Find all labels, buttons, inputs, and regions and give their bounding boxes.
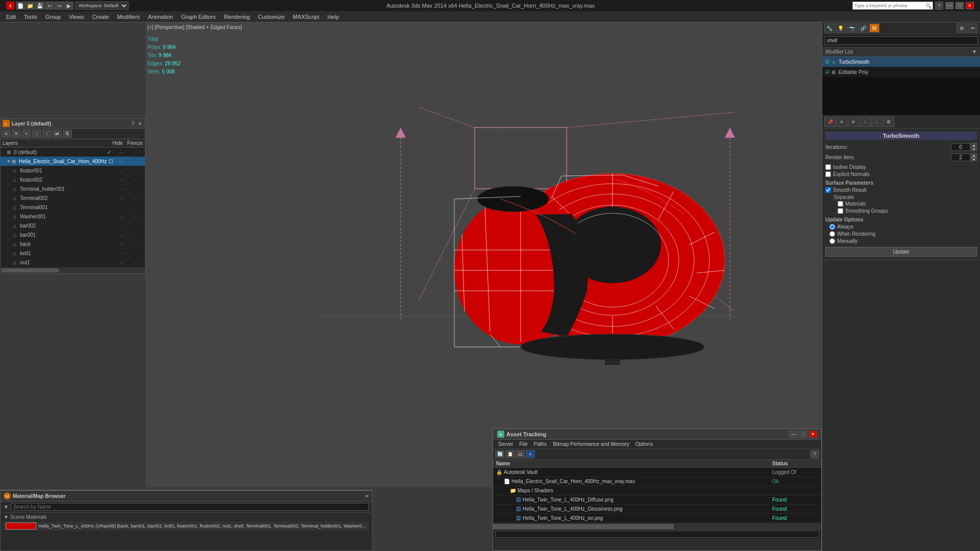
layers-tb-set-current[interactable]: ≡	[2, 130, 11, 138]
mod-down-btn[interactable]: ↓	[871, 117, 883, 127]
menu-animation[interactable]: Animation	[144, 11, 177, 22]
rp-icon-2[interactable]: 💡	[836, 23, 846, 33]
modifier-search-input[interactable]	[824, 36, 978, 45]
material-item[interactable]: Hella_Twin_Tone_L_400Hz (VRayMtl) [back,…	[4, 521, 369, 531]
redo-btn[interactable]: ↪	[55, 2, 64, 10]
layers-tb-select[interactable]: ⇄	[53, 130, 62, 138]
layers-tb-delete[interactable]: ✕	[12, 130, 21, 138]
scene-mat-expand[interactable]: ▼	[4, 514, 9, 520]
at-row[interactable]: 📁 Maps / Shaders	[493, 486, 821, 495]
layers-tb-merge[interactable]: ⇅	[63, 130, 72, 138]
menu-views[interactable]: Views	[65, 11, 88, 22]
mod-up-btn[interactable]: ↑	[860, 117, 871, 127]
at-row[interactable]: 🖼 Hella_Twin_Tone_L_400Hz_ior.png Found	[493, 514, 821, 523]
mod-list-btn[interactable]: ≡	[836, 117, 847, 127]
menu-graph-editors[interactable]: Graph Editors	[177, 11, 220, 22]
at-menu-bitmap[interactable]: Bitmap Performance and Memory	[550, 441, 632, 447]
modifier-editable-poly[interactable]: ☑ ▦ Editable Poly	[822, 67, 980, 77]
iterations-down[interactable]: ▼	[971, 147, 977, 151]
rp-icon-5[interactable]: M	[869, 23, 879, 33]
menu-group[interactable]: Group	[41, 11, 65, 22]
rp-icon-3[interactable]: 📷	[847, 23, 857, 33]
materials-checkbox[interactable]	[838, 201, 843, 207]
at-tb-btn1[interactable]: 🔄	[495, 450, 504, 458]
maximize-btn[interactable]: □	[955, 2, 964, 9]
layer-check-box[interactable]: ☐	[107, 159, 114, 164]
at-tb-btn2[interactable]: 📋	[505, 450, 514, 458]
rp-icon-1[interactable]: 🔧	[824, 23, 835, 33]
list-item[interactable]: △ fixator002 — —	[1, 175, 145, 184]
at-tb-btn4[interactable]: ≡	[526, 450, 535, 458]
layers-help-btn[interactable]: ?	[130, 121, 135, 127]
at-row[interactable]: 🔒 Autodesk Vault Logged Of	[493, 468, 821, 477]
at-menu-server[interactable]: Server	[495, 441, 516, 447]
menu-edit[interactable]: Edit	[2, 11, 20, 22]
mod-delete-btn[interactable]: ✕	[848, 117, 859, 127]
render-btn[interactable]: ▶	[64, 2, 74, 10]
rp-icon-4[interactable]: 🔗	[858, 23, 868, 33]
layers-tb-move-up[interactable]: ↑	[42, 130, 52, 138]
list-item[interactable]: △ Terminal002 — —	[1, 193, 145, 203]
menu-modifiers[interactable]: Modifiers	[113, 11, 144, 22]
mod-configure-btn[interactable]: ⚙	[883, 117, 894, 127]
iterations-up[interactable]: ▲	[971, 143, 977, 147]
at-path-input[interactable]	[495, 531, 819, 538]
list-item[interactable]: △ Washer001 — —	[1, 212, 145, 221]
help-icon[interactable]: ?	[935, 2, 943, 10]
at-restore-btn[interactable]: □	[799, 431, 807, 438]
always-radio[interactable]	[829, 224, 835, 230]
list-item[interactable]: △ fixator001 — —	[1, 166, 145, 175]
list-item[interactable]: △ bar002 — —	[1, 221, 145, 230]
new-btn[interactable]: 📄	[16, 2, 25, 10]
manually-radio[interactable]	[829, 238, 835, 244]
open-btn[interactable]: 📁	[26, 2, 35, 10]
menu-create[interactable]: Create	[88, 11, 113, 22]
at-menu-options[interactable]: Options	[632, 441, 656, 447]
list-item[interactable]: ▦ 0 (default) ✓ — —	[1, 147, 145, 157]
layers-hscrollbar[interactable]	[1, 267, 145, 273]
iterations-input[interactable]	[951, 143, 970, 151]
at-row[interactable]: 🖼 Hella_Twin_Tone_L_400Hz_Diffuse.png Fo…	[493, 495, 821, 505]
layers-tb-move-down[interactable]: ↓	[32, 130, 41, 138]
list-item[interactable]: ▼ ▦ Hella_Electric_Snail_Car_Horn_400Hz …	[1, 157, 145, 166]
material-browser-close[interactable]: ✕	[365, 493, 369, 499]
smooth-result-checkbox[interactable]	[825, 187, 831, 193]
minimize-btn[interactable]: —	[945, 2, 953, 9]
close-btn[interactable]: ✕	[966, 2, 974, 9]
render-iters-up[interactable]: ▲	[971, 153, 977, 157]
smoothing-groups-checkbox[interactable]	[838, 208, 843, 214]
save-btn[interactable]: 💾	[35, 2, 44, 10]
at-menu-file[interactable]: File	[516, 441, 530, 447]
mb-search-input[interactable]	[11, 503, 369, 511]
list-item[interactable]: △ Terminal_holder001 — —	[1, 184, 145, 193]
layers-tb-add[interactable]: +	[22, 130, 31, 138]
at-minimize-btn[interactable]: —	[790, 431, 798, 438]
list-item[interactable]: △ bar001 — —	[1, 230, 145, 239]
explicit-normals-checkbox[interactable]	[825, 171, 831, 177]
mod-checkbox[interactable]: ☑	[825, 59, 831, 64]
at-row[interactable]: 📄 Hella_Electric_Snail_Car_Horn_400Hz_ma…	[493, 477, 821, 486]
undo-btn[interactable]: ↩	[45, 2, 54, 10]
mod-checkbox[interactable]: ☑	[825, 69, 831, 74]
at-tb-btn3[interactable]: 🗂	[516, 450, 525, 458]
at-help-btn[interactable]: ?	[810, 450, 819, 458]
at-hscrollbar[interactable]	[493, 524, 821, 529]
modifier-turbosmooth[interactable]: ☑ ▲ TurboSmooth	[822, 57, 980, 67]
menu-tools[interactable]: Tools	[20, 11, 41, 22]
render-iters-down[interactable]: ▼	[971, 157, 977, 161]
at-close-btn[interactable]: ✕	[809, 431, 817, 438]
when-rendering-radio[interactable]	[829, 231, 835, 237]
search-input[interactable]	[853, 2, 924, 9]
menu-rendering[interactable]: Rendering	[220, 11, 254, 22]
list-item[interactable]: △ back — —	[1, 239, 145, 248]
menu-customize[interactable]: Customize	[254, 11, 289, 22]
update-button[interactable]: Update	[825, 247, 977, 257]
rp-icon-7[interactable]: ✏	[968, 23, 978, 33]
at-row[interactable]: 🖼 Hella_Twin_Tone_L_400Hz_Glossiness.png…	[493, 505, 821, 514]
menu-help[interactable]: Help	[324, 11, 344, 22]
list-item[interactable]: △ Terminal001 — —	[1, 203, 145, 212]
list-item[interactable]: △ nut1 — —	[1, 258, 145, 267]
mod-pin-btn[interactable]: 📌	[824, 117, 836, 127]
modifier-list-dropdown[interactable]: ▼	[972, 49, 977, 55]
workspace-dropdown[interactable]: Workspace: Default	[75, 2, 129, 10]
